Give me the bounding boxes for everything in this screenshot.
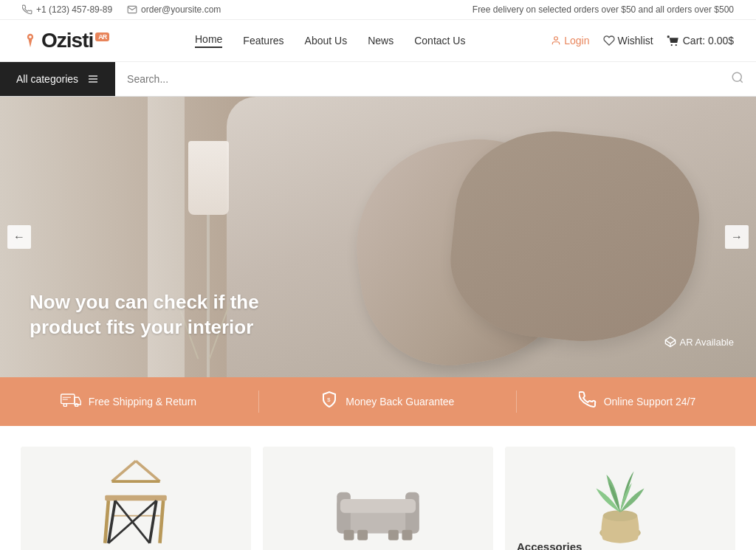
search-button[interactable] <box>719 62 756 96</box>
svg-point-0 <box>29 35 32 38</box>
truck-icon <box>61 392 81 407</box>
svg-rect-21 <box>105 495 167 501</box>
guarantee-icon: $ <box>320 391 338 413</box>
hero-ar-badge: AR Available <box>664 336 734 348</box>
header: Ozisti AR Home Features About Us News Co… <box>0 20 756 62</box>
logo[interactable]: Ozisti AR <box>22 29 109 52</box>
hero-slider: ← → Now you can check if the product fit… <box>0 97 756 377</box>
svg-rect-33 <box>344 530 354 540</box>
feature-support-label: Online Support 24/7 <box>604 396 696 408</box>
wishlist-button[interactable]: Wishlist <box>603 35 653 47</box>
search-input-wrap[interactable] <box>115 62 719 96</box>
svg-text:$: $ <box>327 396 331 403</box>
cart-button[interactable]: Cart: 0.00$ <box>667 34 734 47</box>
ar-badge: AR <box>95 32 109 41</box>
cart-icon <box>667 34 680 47</box>
hero-content: Now you can check if the product fits yo… <box>0 290 295 377</box>
svg-line-23 <box>160 501 164 543</box>
promo-text: Free delivery on selected orders over $5… <box>472 4 734 15</box>
email-icon <box>127 4 137 15</box>
shield-icon: $ <box>320 391 338 408</box>
svg-rect-2 <box>667 35 669 38</box>
heart-icon <box>603 35 615 47</box>
email-info: order@yoursite.com <box>127 4 221 15</box>
nav-news[interactable]: News <box>368 35 394 47</box>
main-nav: Home Features About Us News Contact Us <box>195 33 465 48</box>
svg-point-4 <box>675 44 676 46</box>
svg-line-9 <box>740 80 742 82</box>
nav-about[interactable]: About Us <box>305 35 348 47</box>
svg-line-12 <box>670 340 676 344</box>
nav-features[interactable]: Features <box>243 35 284 47</box>
svg-point-8 <box>732 72 741 81</box>
nav-contact[interactable]: Contact Us <box>414 35 465 47</box>
feature-support: Online Support 24/7 <box>579 391 696 413</box>
chair-visual <box>92 454 180 550</box>
phone-support-icon <box>579 391 597 408</box>
svg-point-38 <box>603 510 637 521</box>
support-icon <box>579 391 597 413</box>
svg-rect-35 <box>357 530 368 540</box>
nav-home[interactable]: Home <box>195 33 222 48</box>
login-button[interactable]: Login <box>551 35 589 47</box>
product-card-chair[interactable] <box>21 447 251 550</box>
svg-rect-34 <box>402 530 413 540</box>
svg-rect-36 <box>388 530 399 540</box>
feature-shipping: Free Shipping & Return <box>61 392 196 411</box>
slider-prev-button[interactable]: ← <box>7 225 31 249</box>
svg-line-22 <box>105 501 109 543</box>
slider-next-button[interactable]: → <box>725 225 749 249</box>
shipping-icon <box>61 392 81 411</box>
phone-icon <box>22 4 32 15</box>
svg-point-1 <box>554 37 558 41</box>
top-bar-left: +1 (123) 457-89-89 order@yoursite.com <box>22 4 221 15</box>
ar-icon <box>664 336 676 348</box>
login-icon <box>551 35 561 46</box>
plant-visual-container <box>505 447 735 550</box>
product-card-accessories[interactable]: Accessories <box>505 447 735 550</box>
top-bar: +1 (123) 457-89-89 order@yoursite.com Fr… <box>0 0 756 20</box>
nav-right: Login Wishlist Cart: 0.00$ <box>551 34 734 47</box>
plant-visual <box>587 454 653 550</box>
svg-line-18 <box>112 461 137 481</box>
product-grid: Accessories <box>0 426 756 550</box>
feature-divider-2 <box>516 391 517 413</box>
search-icon <box>731 71 744 84</box>
svg-rect-14 <box>61 394 74 404</box>
sofa-visual-container <box>263 447 493 550</box>
feature-shipping-label: Free Shipping & Return <box>89 396 196 408</box>
sofa-visual <box>330 469 426 550</box>
accessories-label: Accessories <box>517 540 582 550</box>
categories-button[interactable]: All categories <box>0 62 115 96</box>
hero-title: Now you can check if the product fits yo… <box>30 290 295 340</box>
feature-guarantee-label: Money Back Guarantee <box>346 396 454 408</box>
product-card-sofa[interactable] <box>263 447 493 550</box>
feature-guarantee: $ Money Back Guarantee <box>320 391 454 413</box>
chair-visual-container <box>21 447 251 550</box>
svg-line-13 <box>665 340 670 344</box>
phone-info: +1 (123) 457-89-89 <box>22 4 112 15</box>
svg-point-15 <box>63 404 66 407</box>
menu-icon <box>87 73 99 85</box>
features-bar: Free Shipping & Return $ Money Back Guar… <box>0 377 756 426</box>
lamp-shade <box>188 141 229 215</box>
svg-line-19 <box>136 461 160 481</box>
search-bar: All categories <box>0 62 756 97</box>
svg-point-3 <box>670 44 672 46</box>
search-input[interactable] <box>127 73 707 85</box>
svg-rect-32 <box>340 499 416 513</box>
feature-divider-1 <box>258 391 259 413</box>
logo-icon <box>22 32 38 49</box>
